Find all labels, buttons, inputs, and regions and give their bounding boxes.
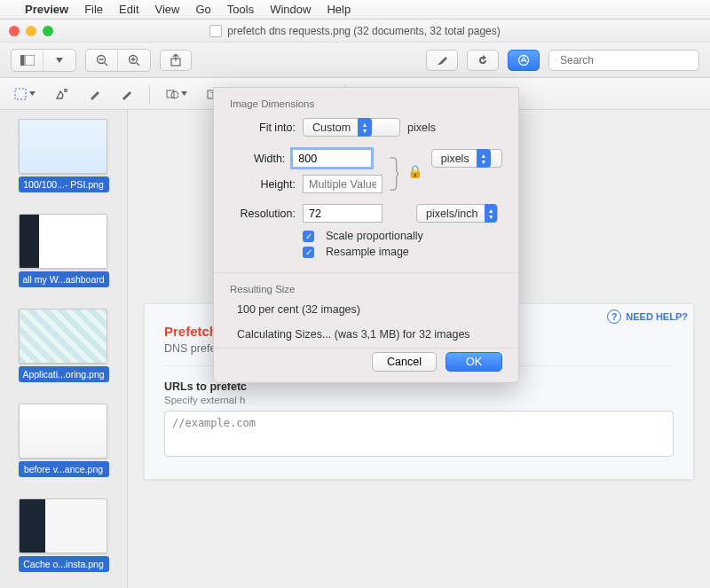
traffic-lights: [0, 26, 53, 36]
instant-alpha-tool[interactable]: [51, 86, 73, 102]
sidebar-mode-dropdown[interactable]: [43, 50, 75, 71]
resolution-input[interactable]: [303, 204, 383, 223]
menu-edit[interactable]: Edit: [119, 3, 138, 16]
search-field[interactable]: [548, 50, 699, 71]
svg-rect-0: [20, 55, 24, 66]
zoom-out-button[interactable]: [86, 50, 118, 71]
fit-into-label: Fit into:: [230, 122, 296, 134]
window-titlebar: prefetch dns requests.png (32 documents,…: [0, 20, 710, 43]
resample-checkbox[interactable]: ✓: [303, 247, 314, 258]
menu-tools[interactable]: Tools: [227, 3, 254, 16]
resolution-label: Resolution:: [230, 208, 296, 220]
minimize-window-button[interactable]: [26, 26, 36, 36]
scale-checkbox-label: Scale proportionally: [326, 230, 423, 242]
fit-into-unit: pixels: [407, 122, 436, 134]
document-icon: [209, 25, 222, 37]
lock-icon[interactable]: 🔒: [407, 164, 422, 178]
svg-rect-13: [15, 89, 26, 99]
fit-into-select[interactable]: Custom▲▼: [303, 118, 400, 137]
zoom-in-button[interactable]: [118, 50, 150, 71]
scale-checkbox[interactable]: ✓: [303, 231, 314, 242]
menu-view[interactable]: View: [155, 3, 180, 16]
select-arrows-icon: ▲▼: [485, 204, 497, 223]
thumbnail-label: all my W...ashboard: [19, 271, 109, 287]
thumbnail-label: before v...ance.png: [19, 461, 109, 477]
thumbnail-sidebar[interactable]: 100/100...- PSI.png all my W...ashboard …: [0, 110, 128, 588]
search-icon: [555, 55, 556, 66]
svg-line-6: [137, 62, 140, 66]
menu-go[interactable]: Go: [195, 3, 210, 16]
height-input[interactable]: [303, 175, 383, 193]
width-unit-select[interactable]: pixels▲▼: [431, 149, 502, 168]
svg-rect-1: [25, 55, 35, 66]
markup-toolbar-button[interactable]: [508, 50, 540, 71]
svg-point-11: [555, 59, 556, 60]
thumbnail-label: 100/100...- PSI.png: [19, 176, 109, 192]
select-arrows-icon: ▲▼: [477, 149, 491, 168]
width-input[interactable]: [292, 149, 372, 168]
ok-button[interactable]: OK: [446, 352, 502, 372]
share-button[interactable]: [160, 50, 192, 71]
help-icon: ?: [607, 310, 621, 324]
thumbnail-item[interactable]: Cache o...insta.png: [19, 498, 109, 572]
dialog-section-head: Image Dimensions: [230, 98, 502, 109]
svg-line-3: [104, 62, 107, 66]
thumbnail-item[interactable]: Applicati...oring.png: [19, 309, 109, 382]
sidebar-thumbnails-button[interactable]: [12, 50, 43, 71]
sidebar-mode-group: [11, 49, 76, 72]
highlight-tool-button[interactable]: [426, 50, 458, 71]
dialog-section-head: Resulting Size: [230, 284, 502, 294]
doc-textarea[interactable]: //example.com: [164, 411, 674, 457]
cancel-button[interactable]: Cancel: [372, 352, 437, 372]
width-label: Width:: [230, 153, 285, 165]
main-toolbar: [0, 43, 710, 78]
thumbnail-item[interactable]: before v...ance.png: [19, 404, 109, 477]
close-window-button[interactable]: [9, 26, 20, 36]
thumbnail-item[interactable]: 100/100...- PSI.png: [19, 119, 109, 192]
system-menubar: Preview File Edit View Go Tools Window H…: [0, 0, 710, 20]
select-arrows-icon: ▲▼: [358, 118, 372, 137]
svg-point-15: [171, 91, 178, 98]
doc-form-hint: Specify external h: [164, 395, 674, 405]
height-label: Height:: [230, 178, 296, 191]
zoom-group: [85, 49, 151, 72]
sketch-tool[interactable]: [117, 86, 137, 102]
adjust-size-dialog: Image Dimensions Fit into: Custom▲▼ pixe…: [213, 87, 519, 383]
menu-window[interactable]: Window: [270, 3, 311, 16]
window-title: prefetch dns requests.png (32 documents,…: [227, 25, 501, 37]
svg-line-12: [556, 60, 556, 61]
menu-app[interactable]: Preview: [25, 3, 68, 16]
thumbnail-label: Cache o...insta.png: [19, 556, 109, 572]
link-bracket-icon: [390, 156, 398, 192]
search-input[interactable]: [560, 54, 693, 67]
selection-tool[interactable]: [11, 86, 39, 102]
menu-file[interactable]: File: [84, 3, 103, 16]
thumbnail-item[interactable]: all my W...ashboard: [19, 214, 109, 287]
draw-tool[interactable]: [85, 86, 105, 102]
resolution-unit-select[interactable]: pixels/inch▲▼: [416, 204, 498, 223]
rotate-button[interactable]: [467, 50, 499, 71]
need-help-link[interactable]: ?NEED HELP?: [607, 310, 688, 324]
zoom-window-button[interactable]: [43, 26, 53, 36]
result-percent-text: 100 per cent (32 images): [230, 303, 502, 316]
result-calc-text: Calculating Sizes... (was 3,1 MB) for 32…: [230, 328, 502, 341]
menu-help[interactable]: Help: [327, 3, 351, 16]
resample-checkbox-label: Resample image: [326, 246, 409, 258]
thumbnail-label: Applicati...oring.png: [19, 366, 109, 382]
shapes-tool[interactable]: [162, 86, 191, 102]
